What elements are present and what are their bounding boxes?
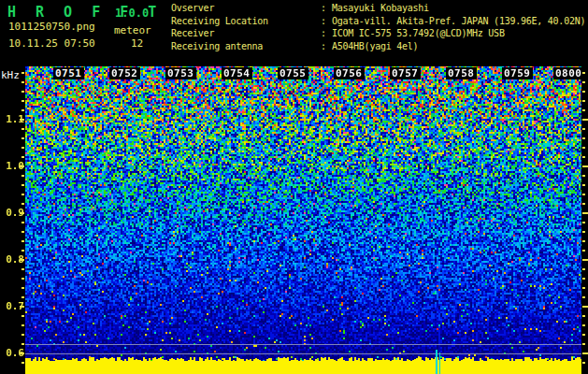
right-tick-mark <box>582 203 585 205</box>
right-tick-mark <box>582 240 585 242</box>
mode-label: meteor <box>114 24 151 36</box>
left-tick-mark <box>22 362 24 364</box>
right-tick-mark <box>582 128 585 130</box>
right-tick-mark <box>582 231 585 233</box>
right-tick-mark <box>582 259 588 261</box>
right-tick-mark <box>582 296 585 298</box>
echo-count: 12 <box>131 37 143 50</box>
info-colon: : <box>321 40 332 53</box>
right-tick-mark <box>582 81 585 83</box>
info-label: Ovserver <box>171 2 321 15</box>
app-version: 1.0.0 <box>115 7 149 20</box>
time-tick-label: 0757 <box>390 67 421 79</box>
left-tick-mark <box>22 175 24 177</box>
time-tick-label: 0756 <box>334 67 365 79</box>
right-tick-mark <box>582 91 585 93</box>
left-tick-mark <box>22 343 24 345</box>
left-tick-mark <box>22 137 24 139</box>
observation-datetime: 10.11.25 07:50 <box>8 37 95 50</box>
left-tick-mark <box>22 334 24 336</box>
left-tick-mark <box>22 184 24 186</box>
right-tick-mark <box>582 184 585 186</box>
info-row-observer: Ovserver:Masayuki Kobayashi <box>171 2 588 15</box>
time-tick-label: 0753 <box>165 67 196 79</box>
left-tick-mark <box>20 165 24 167</box>
right-tick-mark <box>582 315 585 317</box>
time-tick-label: 0758 <box>446 67 477 79</box>
left-tick-mark <box>22 222 24 223</box>
left-tick-mark <box>22 128 24 130</box>
left-tick-mark <box>22 194 24 195</box>
right-tick-mark <box>582 324 585 326</box>
info-row-location: Receiving Location:Ogata-vill. Akita-Pre… <box>171 15 588 28</box>
output-file-name: 1011250750.png <box>8 21 95 33</box>
left-tick-mark <box>20 259 24 261</box>
right-tick-mark <box>582 287 585 289</box>
right-tick-mark <box>582 212 588 214</box>
right-tick-mark <box>582 352 588 354</box>
right-tick-mark <box>582 343 585 345</box>
right-tick-mark <box>582 147 585 149</box>
right-tick-mark <box>582 250 585 252</box>
left-tick-mark <box>22 100 24 102</box>
left-tick-mark <box>22 324 24 326</box>
left-tick-mark <box>22 231 24 233</box>
info-label: Receiving Location <box>171 15 321 28</box>
info-colon: : <box>321 15 332 28</box>
info-colon: : <box>321 2 332 15</box>
left-tick-mark <box>22 109 24 111</box>
left-tick-mark <box>20 306 24 308</box>
info-label: Receiver <box>171 27 321 40</box>
left-tick-mark <box>22 296 24 298</box>
right-tick-mark <box>582 334 585 336</box>
left-tick-mark <box>22 287 24 289</box>
left-tick-mark <box>20 352 24 354</box>
info-value: Masayuki Kobayashi <box>332 2 588 15</box>
info-row-receiver: Receiver:ICOM IC-575 53.7492(@LCD)MHz US… <box>171 27 588 40</box>
right-tick-mark <box>582 100 585 102</box>
time-tick-label: 0751 <box>53 67 84 79</box>
left-tick-mark <box>22 250 24 252</box>
station-info-block: Ovserver:Masayuki Kobayashi Receiving Lo… <box>171 2 588 52</box>
right-tick-mark <box>582 222 585 223</box>
info-value: Ogata-vill. Akita-Pref. JAPAN (139.96E, … <box>332 15 588 28</box>
left-tick-mark <box>22 315 24 317</box>
left-tick-mark <box>20 119 24 121</box>
left-tick-mark <box>22 156 24 158</box>
left-tick-mark <box>22 240 24 242</box>
right-tick-mark <box>582 72 585 74</box>
right-tick-mark <box>582 156 585 158</box>
info-row-antenna: Receiving antenna:A504HB(yagi 4el) <box>171 40 588 53</box>
left-tick-mark <box>22 81 24 83</box>
left-tick-mark <box>22 203 24 205</box>
time-tick-label: 0755 <box>278 67 308 79</box>
hrofft-screen: H R O F F T 1.0.0 1011250750.png meteor … <box>0 0 588 374</box>
right-tick-mark <box>582 362 585 364</box>
right-tick-mark <box>582 119 588 121</box>
left-tick-mark <box>20 212 24 214</box>
info-value: A504HB(yagi 4el) <box>332 40 588 53</box>
time-tick-label: 0752 <box>109 67 140 79</box>
y-axis-unit-label: kHz <box>1 69 20 81</box>
left-tick-mark <box>22 147 24 149</box>
right-tick-mark <box>582 175 585 177</box>
left-tick-mark <box>22 268 24 270</box>
right-tick-mark <box>582 165 588 167</box>
right-tick-mark <box>582 268 585 270</box>
time-tick-label: 0754 <box>222 67 252 79</box>
spectrogram-canvas <box>25 66 581 374</box>
right-tick-mark <box>582 194 585 195</box>
time-tick-label: 0759 <box>502 67 533 79</box>
right-tick-mark <box>582 137 585 139</box>
left-tick-mark <box>22 91 24 93</box>
right-tick-mark <box>582 109 585 111</box>
left-tick-mark <box>22 278 24 280</box>
right-tick-mark <box>582 306 588 308</box>
info-colon: : <box>321 27 332 40</box>
time-tick-label: 0800 <box>553 67 584 79</box>
info-value: ICOM IC-575 53.7492(@LCD)MHz USB <box>332 27 588 40</box>
left-tick-mark <box>22 72 24 74</box>
info-label: Receiving antenna <box>171 40 321 53</box>
right-tick-mark <box>582 278 585 280</box>
